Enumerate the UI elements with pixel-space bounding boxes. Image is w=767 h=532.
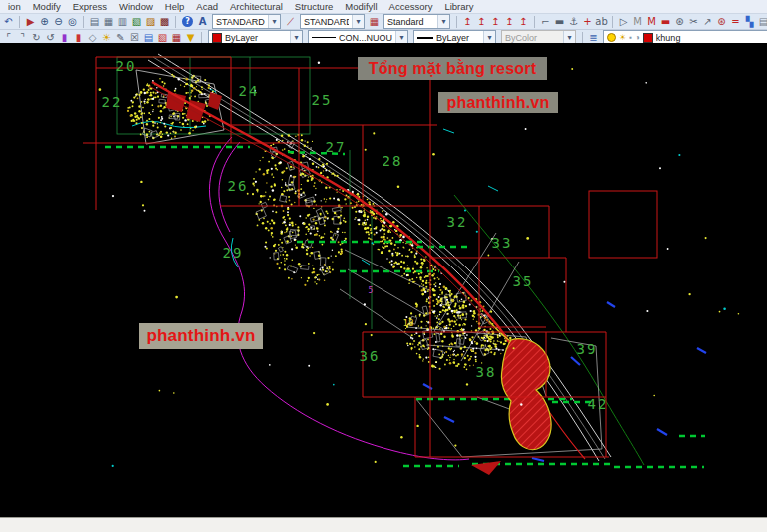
text-style-icon[interactable]: A <box>196 15 209 28</box>
toolbar-separator <box>19 16 20 28</box>
help-icon[interactable]: ? <box>182 16 193 27</box>
menu-item-library[interactable]: Library <box>438 1 479 12</box>
equals-icon[interactable]: = <box>729 15 742 28</box>
menu-item-help[interactable]: Help <box>159 1 191 12</box>
layer-color-swatch <box>643 33 653 43</box>
menu-item-acad[interactable]: Acad <box>190 1 224 12</box>
grid-sheet-number-36: 36 <box>360 348 381 364</box>
thick-dash-icon[interactable]: ▬ <box>659 15 672 28</box>
text-style-combo[interactable]: STANDARD ▾ <box>212 14 281 29</box>
abc-icon[interactable]: ab <box>595 15 608 28</box>
grid-sheet-number-27: 27 <box>326 139 347 155</box>
layer-value: khung <box>656 33 767 43</box>
scissors-icon[interactable]: ✂ <box>687 15 700 28</box>
toolbar-separator <box>534 16 535 28</box>
layers-swap-icon[interactable]: ▚ <box>743 15 756 28</box>
calculator-icon[interactable]: ▩ <box>158 15 171 28</box>
menu-item-structure[interactable]: Structure <box>289 1 340 12</box>
table-style-value: Standard <box>387 17 434 27</box>
pin-icon-4[interactable]: ↥ <box>503 15 516 28</box>
rectangle-icon[interactable]: ⌐ <box>539 15 552 28</box>
grid-sheet-number-39: 39 <box>577 341 598 357</box>
toolbar-separator <box>612 16 613 28</box>
drawing-label-18: 18 <box>403 318 414 328</box>
anchor-icon[interactable]: ⚓ <box>567 15 580 28</box>
color-value: ByLayer <box>225 33 287 43</box>
pin-icon-1[interactable]: ↥ <box>461 15 474 28</box>
watermark-title: Tổng mặt bằng resort <box>358 57 547 80</box>
lineweight-sample <box>417 37 433 39</box>
menu-item-accessory[interactable]: Accessory <box>384 1 439 12</box>
autocad-window: ionModifyExpressWindowHelpAcadArchitectu… <box>0 0 767 532</box>
gear-icon[interactable]: ⊛ <box>673 15 686 28</box>
gear-red-icon[interactable]: ⊛ <box>715 15 728 28</box>
color-swatch <box>212 33 222 43</box>
chevron-down-icon[interactable]: ▾ <box>268 15 280 28</box>
grid-sheet-number-28: 28 <box>383 153 403 169</box>
zoom-realtime-icon[interactable]: ⊕ <box>38 15 51 28</box>
menu-item-architectural[interactable]: Architectural <box>224 1 289 12</box>
text-style-value: STANDARD <box>216 17 265 27</box>
watermark-site-bottom: phanthinh.vn <box>139 323 263 349</box>
toolbar-separator <box>456 16 457 28</box>
grid-sheet-number-33: 33 <box>492 235 513 251</box>
node-line-icon[interactable]: ↗ <box>701 15 714 28</box>
drawing-label-5: 5 <box>369 286 374 295</box>
grid-sheet-number-24: 24 <box>239 83 260 99</box>
site-plan-drawing[interactable]: 202224252627282932333536383942185 <box>0 43 767 518</box>
layer-on-bulb-icon <box>607 33 616 42</box>
toolbar-standard: ↶▶⊕⊖◎▤▦▥▧▨▩? A STANDARD ▾ ⟋ STANDARD ▾ ▦… <box>0 14 767 30</box>
printer-icon[interactable]: ▤ <box>757 15 767 28</box>
polygon-icon[interactable]: ▷ <box>617 15 630 28</box>
zoom-previous-icon[interactable]: ◎ <box>66 15 79 28</box>
grid-sheet-number-20: 20 <box>116 58 137 74</box>
pin-plus-icon[interactable]: + <box>581 15 594 28</box>
grid-sheet-number-22: 22 <box>102 94 123 110</box>
menu-bar: ionModifyExpressWindowHelpAcadArchitectu… <box>0 0 767 14</box>
grid-sheet-number-42: 42 <box>588 396 609 412</box>
chevron-down-icon[interactable]: ▾ <box>437 15 449 28</box>
drawing-canvas[interactable]: 202224252627282932333536383942185 <box>0 43 767 518</box>
dim-style-icon[interactable]: ⟋ <box>284 15 297 28</box>
pin-icon-5[interactable]: ↥ <box>517 15 530 28</box>
grid-sheet-number-29: 29 <box>223 245 244 261</box>
watermark-site-top: phanthinh.vn <box>438 92 558 113</box>
grid-sheet-number-38: 38 <box>476 364 497 380</box>
linetype-value: CON...NUOUS <box>339 33 392 43</box>
dim-style-value: STANDARD <box>304 17 349 27</box>
pin-icon-3[interactable]: ↥ <box>489 15 502 28</box>
toolbar-separator <box>83 16 84 28</box>
pin-icon-2[interactable]: ↥ <box>475 15 488 28</box>
toolbar-separator <box>175 16 176 28</box>
toolbar-separator <box>582 32 583 44</box>
menu-item-modifyll[interactable]: Modifyll <box>339 1 383 12</box>
properties-icon[interactable]: ▤ <box>88 15 101 28</box>
sheetset-icon[interactable]: ▧ <box>130 15 143 28</box>
multiline-icon[interactable]: M <box>631 15 644 28</box>
menu-item-express[interactable]: Express <box>67 1 113 12</box>
command-line-area[interactable] <box>0 517 767 532</box>
toolbar-separator <box>201 32 202 44</box>
menu-item-modify[interactable]: Modify <box>27 1 67 12</box>
lineweight-value: ByLayer <box>436 33 480 43</box>
table-style-icon[interactable]: ▦ <box>368 15 381 28</box>
multiline-red-icon[interactable]: M <box>645 15 658 28</box>
grid-sheet-number-32: 32 <box>447 214 468 230</box>
pan-realtime-icon[interactable]: ▶ <box>24 15 37 28</box>
chevron-down-icon[interactable]: ▾ <box>352 15 364 28</box>
menu-item-window[interactable]: Window <box>113 1 159 12</box>
dim-style-combo[interactable]: STANDARD ▾ <box>300 14 365 29</box>
grid-sheet-number-35: 35 <box>513 273 534 289</box>
designcenter-icon[interactable]: ▦ <box>102 15 115 28</box>
zoom-window-icon[interactable]: ⊖ <box>52 15 65 28</box>
plot-style-value: ByColor <box>505 33 560 43</box>
linetype-sample <box>312 37 336 38</box>
markup-icon[interactable]: ▨ <box>144 15 157 28</box>
undo-icon[interactable]: ↶ <box>2 15 15 28</box>
toolpalettes-icon[interactable]: ▥ <box>116 15 129 28</box>
table-style-combo[interactable]: Standard ▾ <box>384 14 450 29</box>
grid-sheet-number-26: 26 <box>228 178 249 194</box>
menu-item-ion[interactable]: ion <box>2 1 27 12</box>
line-icon[interactable]: ▬ <box>553 15 566 28</box>
grid-sheet-number-25: 25 <box>312 92 333 108</box>
